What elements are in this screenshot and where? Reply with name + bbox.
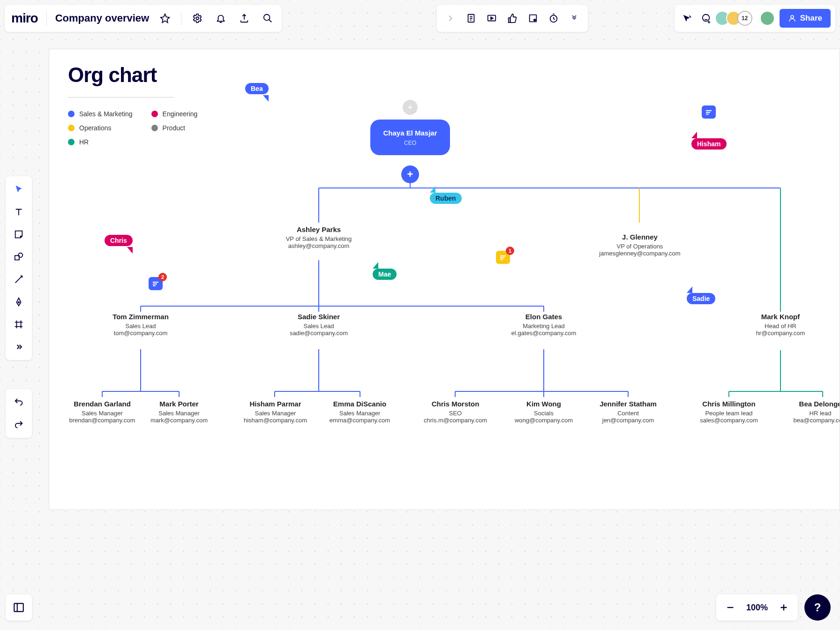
person-node[interactable]: Bea DelongeHR leadbea@company.com	[780, 400, 840, 424]
text-tool[interactable]	[9, 202, 28, 221]
line-tool[interactable]	[9, 270, 28, 289]
undo-redo-toolbar	[6, 389, 32, 438]
person-node[interactable]: Mark KnopfHead of HRhr@company.com	[738, 313, 823, 337]
help-button[interactable]: ?	[804, 594, 831, 621]
present-icon[interactable]	[483, 11, 501, 26]
person-node[interactable]: Hisham ParmarSales Managerhisham@company…	[234, 400, 316, 424]
cursor-hide-icon[interactable]	[679, 11, 694, 26]
redo-button[interactable]	[9, 415, 28, 434]
minimap-button[interactable]	[6, 594, 32, 621]
chevron-right-icon[interactable]	[442, 11, 459, 26]
person-node[interactable]: Kim WongSocialswong@company.com	[502, 400, 586, 424]
person-node[interactable]: Jennifer StathamContentjen@company.com	[588, 400, 668, 424]
select-tool[interactable]	[9, 180, 28, 199]
reactions-icon[interactable]	[699, 11, 714, 26]
person-node[interactable]: J. GlenneyVP of Operationsjamesglenney@c…	[586, 233, 694, 257]
topbar-right: 12 Share	[675, 5, 835, 32]
collaborator-avatars[interactable]: 12	[719, 11, 752, 26]
person-node[interactable]: Chris MillingtonPeople team leadsales@co…	[687, 400, 771, 424]
shape-tool[interactable]	[9, 248, 28, 266]
avatar-overflow-count[interactable]: 12	[737, 11, 752, 26]
svg-point-0	[196, 17, 199, 20]
thumbs-up-icon[interactable]	[503, 11, 521, 26]
svg-rect-12	[14, 603, 23, 611]
export-icon[interactable]	[237, 11, 252, 26]
collaborator-cursor: Bea	[245, 83, 269, 102]
person-node[interactable]: Emma DiScanioSales Manageremma@company.c…	[319, 400, 401, 424]
share-label: Share	[800, 14, 822, 23]
timer-icon[interactable]	[545, 11, 562, 26]
add-parent-button[interactable]: +	[403, 100, 418, 115]
person-node[interactable]: Chris MorstonSEOchris.m@company.com	[414, 400, 497, 424]
person-node[interactable]: Sadie SkinerSales Leadsadie@company.com	[277, 313, 361, 337]
separator	[181, 11, 181, 26]
collaborator-cursor: Hisham	[691, 131, 727, 150]
sticky-edit-icon[interactable]	[524, 11, 542, 26]
svg-point-5	[534, 19, 536, 21]
star-icon[interactable]	[158, 11, 172, 26]
share-button[interactable]: Share	[780, 9, 831, 28]
svg-point-1	[264, 15, 270, 21]
topbar-left: miro Company overview	[5, 5, 282, 32]
miro-logo[interactable]: miro	[11, 11, 38, 26]
frame-tool[interactable]	[9, 315, 28, 334]
left-toolbar	[6, 176, 32, 360]
svg-point-11	[18, 302, 20, 303]
search-icon[interactable]	[260, 11, 275, 26]
add-child-button[interactable]: +	[401, 165, 419, 183]
svg-point-7	[703, 15, 710, 22]
undo-button[interactable]	[9, 393, 28, 412]
collaborator-cursor: Chris	[105, 235, 133, 254]
zoom-in-button[interactable]	[776, 600, 791, 615]
sticky-tool[interactable]	[9, 225, 28, 244]
pen-tool[interactable]	[9, 292, 28, 311]
board-title[interactable]: Company overview	[55, 12, 150, 24]
comment-thread[interactable]: 2	[149, 277, 163, 290]
person-node[interactable]: Brendan GarlandSales Managerbrendan@comp…	[62, 400, 142, 424]
separator	[46, 11, 47, 26]
topbar-center	[437, 5, 588, 32]
collaborator-cursor: Sadie	[687, 285, 715, 304]
current-user-avatar[interactable]	[760, 11, 775, 26]
zoom-out-button[interactable]	[723, 600, 738, 615]
collaborator-cursor: Ruben	[430, 185, 462, 204]
more-apps-icon[interactable]	[565, 11, 583, 26]
notes-icon[interactable]	[462, 11, 480, 26]
person-node[interactable]: Mark PorterSales Managermark@company.com	[139, 400, 219, 424]
svg-point-8	[791, 15, 794, 18]
more-tools[interactable]	[9, 338, 28, 356]
org-chart-frame[interactable]: Org chart Sales & Marketing Engineering …	[49, 49, 840, 510]
zoom-level[interactable]: 100%	[746, 603, 768, 613]
bell-icon[interactable]	[213, 11, 228, 26]
comment-count-badge: 1	[506, 247, 514, 255]
person-node[interactable]: Tom ZimmermanSales Leadtom@company.com	[98, 313, 183, 337]
comment-thread[interactable]	[702, 105, 716, 119]
collaborator-cursor: Mae	[373, 261, 397, 280]
comment-count-badge: 2	[158, 273, 167, 281]
zoom-controls: 100%	[716, 594, 798, 621]
person-node[interactable]: Elon GatesMarketing Leadel.gates@company…	[499, 313, 588, 337]
comment-thread[interactable]: 1	[496, 251, 510, 264]
ceo-node[interactable]: Chaya El Masjar CEO	[370, 120, 450, 155]
settings-icon[interactable]	[190, 11, 205, 26]
person-node[interactable]: Ashley ParksVP of Sales & Marketingashle…	[272, 225, 366, 249]
